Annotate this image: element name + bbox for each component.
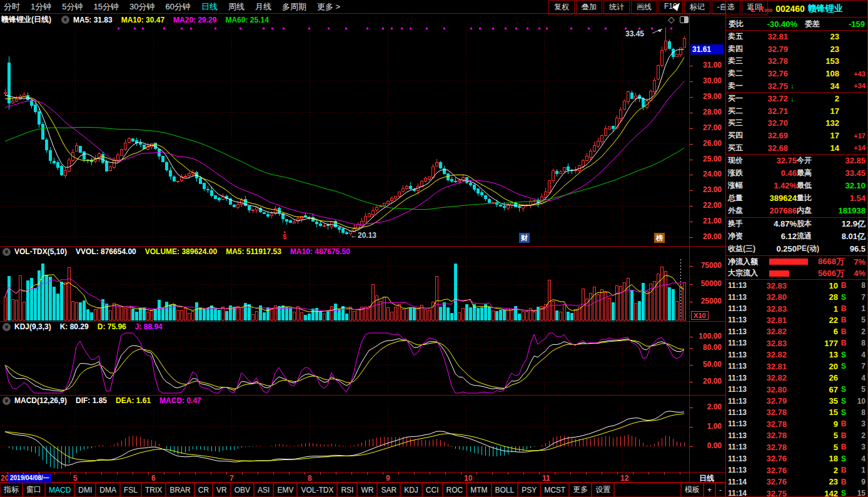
order-price[interactable]: 32.69 — [750, 131, 788, 140]
order-level-row[interactable]: 卖一32.75↓34+34 — [726, 79, 867, 92]
order-level-row[interactable]: 买一32.72↓2 — [726, 93, 867, 105]
toolbar-item-MACD[interactable]: MACD — [45, 483, 74, 497]
x-tick — [273, 473, 274, 474]
trans-price: 32.76 — [752, 466, 787, 475]
toolbar-item-BRAR[interactable]: BRAR — [166, 483, 194, 497]
order-price[interactable]: 32.79 — [750, 44, 788, 54]
financial-report-marker[interactable]: 财 — [519, 233, 530, 243]
top-btn-统计[interactable]: 统计 — [603, 0, 630, 14]
toolbar-item-FSL[interactable]: FSL — [120, 483, 141, 497]
order-level-row[interactable]: 买二32.7117 — [726, 105, 867, 118]
trans-count: 3 — [849, 443, 865, 451]
period-item-15分钟[interactable]: 15分钟 — [93, 1, 118, 13]
toolbar-item-CCI[interactable]: CCI — [422, 483, 443, 497]
order-level-row[interactable]: 卖二32.76108+43 — [726, 68, 867, 80]
period-item-更多 >[interactable]: 更多 > — [317, 1, 340, 13]
toolbar-item-MTM[interactable]: MTM — [467, 483, 491, 497]
period-item-多周期[interactable]: 多周期 — [282, 1, 306, 13]
toolbar-item-DMA[interactable]: DMA — [96, 483, 120, 497]
toolbar-item-VOL-TDX[interactable]: VOL-TDX — [297, 483, 337, 497]
toolbar-item-模板[interactable]: 模板 — [681, 483, 704, 497]
toolbar-item-RSI[interactable]: RSI — [337, 483, 357, 497]
toolbar-item-+[interactable]: + — [704, 483, 715, 497]
order-price[interactable]: 32.75 — [750, 81, 788, 91]
split-pane-icon[interactable] — [680, 16, 689, 23]
collapse-chevron-icon[interactable]: ∨ — [61, 16, 69, 24]
stat-label: 流通 — [797, 231, 825, 242]
trans-count: 7 — [849, 293, 865, 302]
order-price[interactable]: 32.76 — [750, 69, 788, 78]
order-level-row[interactable]: 买三32.70132 — [726, 117, 867, 130]
ranking-marker[interactable]: 榜 — [654, 233, 665, 243]
toolbar-item-TRIX[interactable]: TRIX — [141, 483, 166, 497]
toolbar-item-OBV[interactable]: OBV — [231, 483, 254, 497]
collapse-chevron-icon[interactable]: ∨ — [3, 397, 11, 405]
toolbar-item-MCST[interactable]: MCST — [540, 483, 569, 497]
flow-row: 大宗流入5606万4% — [726, 267, 867, 279]
order-price[interactable]: 32.68 — [750, 143, 788, 153]
collapse-chevron-icon[interactable]: ∨ — [3, 323, 11, 331]
order-level-row[interactable]: 买四32.6917+17 — [726, 130, 867, 142]
order-level-row[interactable]: 卖五32.8123 — [726, 31, 867, 43]
axis-tick — [690, 81, 693, 82]
x-axis-strip: 20 2019/04/08/一 56789101112 — [0, 473, 690, 482]
toolbar-item-窗口[interactable]: 窗口 — [23, 483, 45, 497]
toolbar-item-SAR[interactable]: SAR — [377, 483, 400, 497]
order-price[interactable]: 32.71 — [750, 106, 788, 116]
trans-time: 11:13 — [728, 315, 752, 324]
period-item-5分钟[interactable]: 5分钟 — [62, 1, 83, 13]
main-kline-chart[interactable]: 33.45←20.13 — [0, 25, 689, 245]
volume-chart[interactable] — [0, 258, 689, 320]
x-tick — [586, 473, 587, 474]
period-item-月线[interactable]: 月线 — [255, 1, 271, 13]
order-level-row[interactable]: 卖四32.7923 — [726, 43, 867, 56]
toolbar-item--[interactable]: - — [715, 483, 725, 497]
period-item-分时[interactable]: 分时 — [4, 1, 20, 13]
trans-time: 11:13 — [728, 304, 752, 313]
order-price[interactable]: 32.78 — [750, 56, 788, 66]
collapse-chevron-icon[interactable]: ∨ — [3, 248, 11, 256]
macd-chart[interactable] — [0, 406, 689, 472]
top-btn-叠加[interactable]: 叠加 — [576, 0, 602, 14]
month-label-7: 7 — [230, 474, 234, 483]
kdj-chart[interactable] — [0, 332, 689, 394]
vol-header: ∨ VOL-TDX(5,10)VVOL: 876654.00VOLUME: 38… — [1, 247, 359, 256]
indicator-value: DEA: 1.61 — [116, 396, 151, 405]
order-price[interactable]: 32.81 — [750, 32, 788, 41]
toolbar-item-EMV[interactable]: EMV — [273, 483, 297, 497]
toolbar-item-DMI[interactable]: DMI — [74, 483, 96, 497]
trans-price: 32.78 — [752, 407, 787, 417]
top-btn-复权[interactable]: 复权 — [548, 0, 575, 14]
toolbar-item-VR[interactable]: VR — [213, 483, 231, 497]
stock-title-row[interactable]: L R300 002460 赣锋锂业 — [726, 1, 867, 18]
top-btn-画线[interactable]: 画线 — [631, 0, 657, 14]
trans-price: 32.82 — [752, 327, 787, 336]
order-price[interactable]: 32.72 — [750, 94, 788, 103]
order-price[interactable]: 32.70 — [750, 118, 788, 128]
period-item-周线[interactable]: 周线 — [228, 1, 245, 13]
toolbar-item-ROC[interactable]: ROC — [443, 483, 467, 497]
toolbar-item-设置[interactable]: 设置 — [592, 483, 614, 497]
toolbar-item-CR[interactable]: CR — [194, 483, 213, 497]
toolbar-item-KDJ[interactable]: KDJ — [400, 483, 422, 497]
period-item-30分钟[interactable]: 30分钟 — [129, 1, 154, 13]
toolbar-item-WR[interactable]: WR — [357, 483, 377, 497]
trans-direction: B — [838, 431, 849, 440]
period-item-日线[interactable]: 日线 — [201, 1, 218, 13]
trans-count: 3 — [849, 419, 865, 428]
axis-tick — [690, 266, 693, 267]
toolbar-item-指标[interactable]: 指标 — [0, 483, 23, 497]
transaction-row: 11:1332.82264 — [726, 372, 867, 383]
period-item-60分钟[interactable]: 60分钟 — [165, 1, 190, 13]
toolbar-item-PSY[interactable]: PSY — [518, 483, 540, 497]
trans-direction: B — [838, 327, 849, 336]
toolbar-item-ASI[interactable]: ASI — [254, 483, 273, 497]
order-level-row[interactable]: 卖三32.78153 — [726, 55, 867, 68]
trans-direction: S — [838, 293, 849, 302]
toolbar-item-更多[interactable]: 更多 — [569, 483, 592, 497]
diamond-icon[interactable]: ◇ — [668, 14, 675, 24]
order-level-row[interactable]: 买五32.6814+14 — [726, 141, 867, 154]
transaction-row: 11:1332.7935S10 — [726, 395, 867, 406]
period-item-1分钟[interactable]: 1分钟 — [31, 1, 51, 13]
toolbar-item-BOLL[interactable]: BOLL — [492, 483, 518, 497]
